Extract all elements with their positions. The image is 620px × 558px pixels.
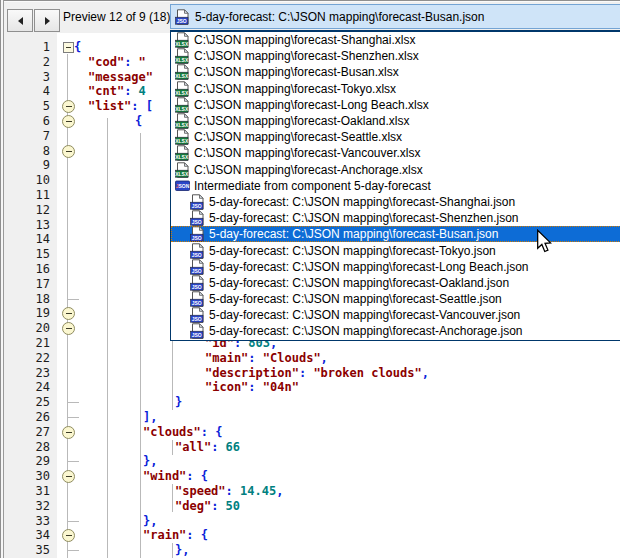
line-number: 32 bbox=[0, 499, 50, 514]
xlsx-file-icon: XLSX bbox=[175, 32, 190, 48]
code-line: "all": 66 bbox=[175, 440, 240, 455]
dropdown-item[interactable]: JSO 5-day-forecast: C:\JSON mapping\fore… bbox=[171, 275, 620, 291]
json-string-token: "cnt" bbox=[88, 84, 124, 98]
dropdown-item[interactable]: JSO 5-day-forecast: C:\JSON mapping\fore… bbox=[171, 259, 620, 275]
fold-marker-collapse[interactable] bbox=[62, 470, 75, 483]
xlsx-file-icon: XLSX bbox=[175, 162, 190, 178]
line-number: 31 bbox=[0, 484, 50, 499]
json-string-token: "Clouds" bbox=[263, 351, 321, 365]
svg-text:XLSX: XLSX bbox=[175, 122, 189, 128]
fold-marker-collapse[interactable] bbox=[62, 307, 75, 320]
line-number: 14 bbox=[0, 232, 50, 247]
json-number-token: 66 bbox=[226, 440, 240, 454]
dropdown-item[interactable]: JSO 5-day-forecast: C:\JSON mapping\fore… bbox=[171, 323, 620, 339]
fold-marker-collapse[interactable] bbox=[63, 42, 74, 53]
json-string-token: "list" bbox=[88, 99, 131, 113]
dropdown-item[interactable]: XLSX C:\JSON mapping\forecast-Vancouver.… bbox=[171, 145, 620, 161]
dropdown-item[interactable]: JSO 5-day-forecast: C:\JSON mapping\fore… bbox=[171, 210, 620, 226]
line-number: 5 bbox=[0, 99, 50, 114]
json-punct-token: ], bbox=[143, 410, 157, 424]
dropdown-item[interactable]: XLSX C:\JSON mapping\forecast-Long Beach… bbox=[171, 97, 620, 113]
code-line: "main": "Clouds", bbox=[205, 351, 328, 366]
dropdown-item[interactable]: XLSX C:\JSON mapping\forecast-Shenzhen.x… bbox=[171, 48, 620, 64]
line-number: 19 bbox=[0, 306, 50, 321]
dropdown-item[interactable]: JSON Intermediate from component 5-day-f… bbox=[171, 178, 620, 194]
fold-marker-collapse[interactable] bbox=[62, 529, 75, 542]
minus-icon bbox=[66, 47, 71, 48]
dropdown-item[interactable]: JSO 5-day-forecast: C:\JSON mapping\fore… bbox=[171, 226, 620, 242]
dropdown-item-label: C:\JSON mapping\forecast-Busan.xlsx bbox=[194, 65, 399, 79]
line-number: 1 bbox=[0, 40, 50, 55]
line-number: 3 bbox=[0, 70, 50, 85]
json-file-icon: JSO bbox=[190, 323, 205, 339]
json-file-icon: JSO bbox=[190, 291, 205, 307]
svg-text:XLSX: XLSX bbox=[175, 170, 189, 176]
code-line: "clouds": { bbox=[143, 425, 222, 440]
line-number: 11 bbox=[0, 188, 50, 203]
json-punct-token: } bbox=[175, 395, 182, 409]
line-number: 15 bbox=[0, 247, 50, 262]
indent-guide bbox=[172, 440, 173, 455]
dropdown-item-label: 5-day-forecast: C:\JSON mapping\forecast… bbox=[209, 308, 520, 322]
previous-preview-button[interactable] bbox=[7, 9, 33, 32]
dropdown-item[interactable]: XLSX C:\JSON mapping\forecast-Busan.xlsx bbox=[171, 64, 620, 80]
line-number: 9 bbox=[0, 158, 50, 173]
svg-text:JSO: JSO bbox=[192, 203, 202, 209]
json-punct-token: { bbox=[135, 114, 142, 128]
svg-text:JSO: JSO bbox=[177, 17, 187, 23]
code-line: "cnt": 4 bbox=[88, 84, 146, 99]
xlsx-file-icon: XLSX bbox=[175, 113, 190, 129]
fold-end-tick bbox=[68, 299, 79, 300]
svg-text:XLSX: XLSX bbox=[175, 41, 189, 47]
json-string-token: "04n" bbox=[263, 380, 299, 394]
json-punct-token: : { bbox=[201, 425, 223, 439]
dropdown-item[interactable]: XLSX C:\JSON mapping\forecast-Anchorage.… bbox=[171, 162, 620, 178]
dropdown-item-label: Intermediate from component 5-day-foreca… bbox=[194, 179, 431, 193]
code-line: ], bbox=[143, 410, 157, 425]
code-line: "cod": " bbox=[88, 55, 146, 70]
json-component-icon: JSON bbox=[175, 178, 190, 194]
line-number: 25 bbox=[0, 395, 50, 410]
fold-marker-collapse[interactable] bbox=[62, 322, 75, 335]
preview-source-combobox[interactable]: JSO 5-day-forecast: C:\JSON mapping\fore… bbox=[170, 4, 620, 29]
dropdown-item-label: C:\JSON mapping\forecast-Long Beach.xlsx bbox=[194, 98, 429, 112]
pane-border-left-inner bbox=[3, 0, 4, 558]
dropdown-item[interactable]: XLSX C:\JSON mapping\forecast-Oakland.xl… bbox=[171, 113, 620, 129]
line-number: 26 bbox=[0, 410, 50, 425]
dropdown-item-label: 5-day-forecast: C:\JSON mapping\forecast… bbox=[209, 211, 518, 225]
dropdown-item-label: 5-day-forecast: C:\JSON mapping\forecast… bbox=[209, 244, 496, 258]
xlsx-file-icon: XLSX bbox=[175, 145, 190, 161]
json-punct-token: : bbox=[211, 499, 225, 513]
svg-text:JSO: JSO bbox=[192, 316, 202, 322]
dropdown-item[interactable]: XLSX C:\JSON mapping\forecast-Seattle.xl… bbox=[171, 129, 620, 145]
code-line: "list": [ bbox=[88, 99, 153, 114]
code-line: "icon": "04n" bbox=[205, 380, 299, 395]
line-number: 35 bbox=[0, 543, 50, 558]
dropdown-item[interactable]: JSO 5-day-forecast: C:\JSON mapping\fore… bbox=[171, 291, 620, 307]
json-file-icon: JSO bbox=[190, 243, 205, 259]
json-string-token: "wind" bbox=[143, 469, 186, 483]
next-preview-button[interactable] bbox=[34, 9, 60, 32]
line-number: 6 bbox=[0, 114, 50, 129]
json-punct-token: { bbox=[74, 40, 81, 54]
dropdown-item[interactable]: JSO 5-day-forecast: C:\JSON mapping\fore… bbox=[171, 194, 620, 210]
dropdown-item-label: C:\JSON mapping\forecast-Anchorage.xlsx bbox=[194, 163, 423, 177]
fold-marker-collapse[interactable] bbox=[62, 100, 75, 113]
dropdown-item[interactable]: JSO 5-day-forecast: C:\JSON mapping\fore… bbox=[171, 242, 620, 258]
fold-marker-collapse[interactable] bbox=[62, 426, 75, 439]
line-number: 27 bbox=[0, 425, 50, 440]
dropdown-item-label: 5-day-forecast: C:\JSON mapping\forecast… bbox=[209, 227, 498, 241]
line-number: 18 bbox=[0, 292, 50, 307]
xlsx-file-icon: XLSX bbox=[175, 81, 190, 97]
fold-marker-collapse[interactable] bbox=[62, 115, 75, 128]
dropdown-item[interactable]: XLSX C:\JSON mapping\forecast-Shanghai.x… bbox=[171, 32, 620, 48]
fold-marker-collapse[interactable] bbox=[62, 145, 75, 158]
line-number: 16 bbox=[0, 262, 50, 277]
dropdown-item[interactable]: XLSX C:\JSON mapping\forecast-Tokyo.xlsx bbox=[171, 81, 620, 97]
json-string-token: "broken clouds" bbox=[313, 366, 421, 380]
json-string-token: "all" bbox=[175, 440, 211, 454]
line-number: 21 bbox=[0, 336, 50, 351]
dropdown-item[interactable]: JSO 5-day-forecast: C:\JSON mapping\fore… bbox=[171, 307, 620, 323]
json-punct-token: : [ bbox=[131, 99, 153, 113]
line-number: 33 bbox=[0, 514, 50, 529]
